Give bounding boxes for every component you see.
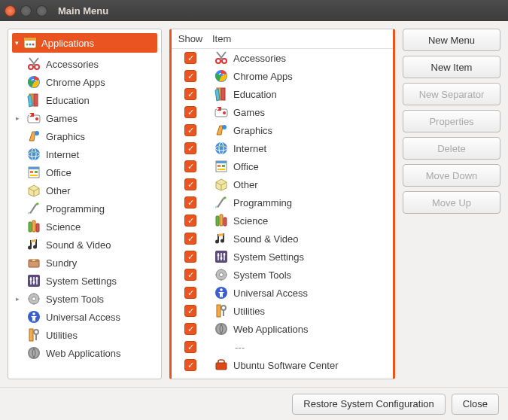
- tree-root-applications[interactable]: ▾ Applications: [12, 33, 157, 53]
- show-checkbox[interactable]: ✓: [184, 70, 196, 82]
- properties-button[interactable]: Properties: [403, 110, 500, 132]
- show-checkbox[interactable]: ✓: [184, 52, 196, 64]
- list-item[interactable]: ✓Internet: [172, 139, 393, 157]
- list-item[interactable]: ✓Games: [172, 103, 393, 121]
- titlebar: Main Menu: [0, 0, 508, 21]
- svg-point-14: [35, 131, 39, 135]
- list-item[interactable]: ✓Sound & Video: [172, 230, 393, 248]
- show-checkbox[interactable]: ✓: [184, 178, 196, 190]
- new-menu-button[interactable]: New Menu: [403, 29, 500, 51]
- media-icon: [214, 231, 229, 246]
- delete-button[interactable]: Delete: [403, 137, 500, 160]
- show-checkbox[interactable]: ✓: [184, 106, 196, 118]
- show-checkbox[interactable]: ✓: [184, 160, 196, 172]
- tree-item[interactable]: Sound & Video: [8, 236, 161, 254]
- show-checkbox[interactable]: ✓: [184, 269, 196, 281]
- tree-item[interactable]: Programming: [8, 199, 161, 218]
- tree-item[interactable]: Web Applications: [8, 344, 161, 362]
- list-item[interactable]: ✓Web Applications: [172, 320, 393, 338]
- list-item[interactable]: ✓Graphics: [172, 121, 393, 139]
- tree-item[interactable]: Universal Access: [8, 308, 161, 326]
- tree-item[interactable]: Accessories: [8, 55, 161, 73]
- tree-item[interactable]: Other: [8, 181, 161, 199]
- tree-item-label: Chrome Apps: [46, 77, 105, 88]
- tree-item[interactable]: Education: [8, 91, 161, 109]
- tree-item[interactable]: System Settings: [8, 272, 161, 290]
- show-checkbox[interactable]: ✓: [184, 142, 196, 154]
- move-up-button[interactable]: Move Up: [403, 191, 500, 214]
- svg-point-15: [28, 148, 40, 160]
- show-checkbox[interactable]: ✓: [184, 287, 196, 299]
- svg-rect-78: [216, 363, 227, 370]
- tree-item[interactable]: Internet: [8, 145, 161, 163]
- list-item[interactable]: ✓Other: [172, 175, 393, 193]
- separator-label: ---: [214, 342, 245, 353]
- expand-icon[interactable]: ▸: [16, 114, 22, 122]
- show-checkbox[interactable]: ✓: [184, 305, 196, 317]
- tree-item[interactable]: Chrome Apps: [8, 73, 161, 91]
- list-item[interactable]: ✓System Tools: [172, 266, 393, 284]
- show-checkbox[interactable]: ✓: [184, 359, 196, 371]
- tree-item[interactable]: ▸System Tools: [8, 290, 161, 308]
- tools-icon: [26, 291, 41, 306]
- svg-rect-39: [29, 329, 33, 341]
- prog-icon: [214, 195, 229, 210]
- show-checkbox[interactable]: ✓: [184, 251, 196, 263]
- media-icon: [26, 237, 41, 252]
- other-icon: [26, 183, 41, 198]
- list-item[interactable]: ✓Ubuntu Software Center: [172, 356, 393, 374]
- svg-rect-20: [30, 171, 33, 173]
- close-button[interactable]: Close: [452, 394, 499, 415]
- tree-item-label: Internet: [46, 149, 79, 160]
- list-item[interactable]: ✓Utilities: [172, 302, 393, 320]
- office-icon: [26, 165, 41, 180]
- list-item[interactable]: ✓System Settings: [172, 248, 393, 266]
- show-checkbox[interactable]: ✓: [184, 323, 196, 335]
- tree-item[interactable]: ▸Games: [8, 109, 161, 127]
- move-down-button[interactable]: Move Down: [403, 164, 500, 187]
- tree-item[interactable]: Office: [8, 163, 161, 181]
- svg-rect-22: [30, 175, 38, 176]
- show-checkbox[interactable]: ✓: [184, 233, 196, 245]
- item-label: Games: [233, 107, 393, 118]
- list-item[interactable]: ✓Education: [172, 85, 393, 103]
- tree-item[interactable]: Science: [8, 218, 161, 236]
- item-label: Other: [233, 179, 393, 190]
- list-item[interactable]: ✓Science: [172, 212, 393, 230]
- tree-item[interactable]: Sundry: [8, 254, 161, 272]
- tree-item-label: System Tools: [46, 294, 104, 305]
- tree-item[interactable]: Graphics: [8, 127, 161, 145]
- list-item[interactable]: ✓Office: [172, 157, 393, 175]
- new-separator-button[interactable]: New Separator: [403, 83, 500, 105]
- list-item[interactable]: ✓Universal Access: [172, 284, 393, 302]
- window-maximize-button[interactable]: [36, 5, 47, 17]
- tree-item-label: Web Applications: [46, 348, 121, 359]
- show-checkbox[interactable]: ✓: [184, 124, 196, 136]
- column-header-show[interactable]: Show: [172, 33, 209, 44]
- svg-point-36: [32, 297, 36, 301]
- show-checkbox[interactable]: ✓: [184, 215, 196, 227]
- show-checkbox[interactable]: ✓: [184, 88, 196, 100]
- tree-item-label: Sound & Video: [46, 239, 111, 251]
- sundry-icon: [26, 255, 41, 270]
- show-checkbox[interactable]: ✓: [184, 196, 196, 208]
- svg-point-13: [35, 117, 38, 120]
- edu-icon: [214, 87, 229, 102]
- footer: Restore System Configuration Close: [0, 387, 508, 420]
- svg-point-42: [29, 348, 38, 358]
- window-minimize-button[interactable]: [20, 5, 32, 17]
- list-item[interactable]: ✓---: [172, 338, 393, 356]
- expand-icon[interactable]: ▸: [16, 295, 22, 303]
- list-item[interactable]: ✓Chrome Apps: [172, 67, 393, 85]
- window-close-button[interactable]: [5, 5, 16, 17]
- show-checkbox[interactable]: ✓: [184, 341, 196, 353]
- column-header-item[interactable]: Item: [209, 33, 393, 44]
- list-item[interactable]: ✓Programming: [172, 193, 393, 212]
- new-item-button[interactable]: New Item: [403, 56, 500, 78]
- tree-item[interactable]: Utilities: [8, 326, 161, 344]
- webapp-icon: [26, 345, 41, 361]
- restore-button[interactable]: Restore System Configuration: [292, 394, 445, 415]
- list-item[interactable]: ✓Accessories: [172, 49, 393, 67]
- items-header: Show Item: [172, 29, 393, 49]
- access-icon: [214, 285, 229, 300]
